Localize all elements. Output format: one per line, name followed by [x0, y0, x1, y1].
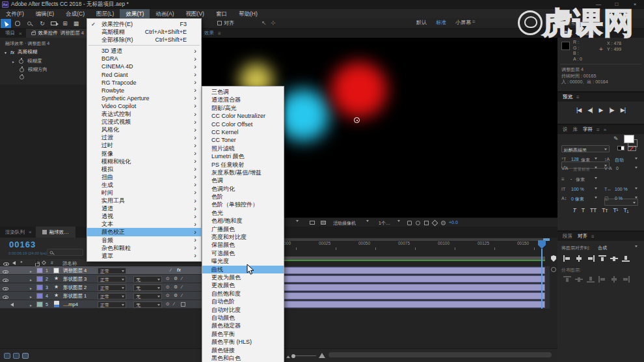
fast-preview-icon[interactable] [416, 221, 420, 225]
menu-item[interactable]: 全部移除(R) Ctrl+Shift+E [87, 36, 201, 44]
layer-name[interactable]: 形状图层 2 [63, 285, 87, 291]
parent-pickwhip-icon[interactable]: ⊙ [166, 276, 170, 281]
expand-inout-icon[interactable] [22, 353, 29, 359]
track-matte-dropdown[interactable]: 无 [133, 301, 162, 308]
submenu-item[interactable]: 更改为颜色 [202, 273, 284, 281]
tab-render-queue[interactable]: 渲染队列 [5, 229, 25, 236]
collapse-icon[interactable] [181, 302, 185, 307]
submenu-item[interactable]: 保留颜色 [202, 241, 284, 249]
shield-icon[interactable] [551, 255, 556, 262]
tab-info[interactable]: 信息 [563, 30, 572, 36]
track-matte-dropdown[interactable]: 无 [133, 276, 162, 283]
transport-button[interactable]: ▶ [599, 107, 603, 113]
chevron-down-icon[interactable] [366, 217, 371, 224]
transport-button[interactable]: ◀| [587, 107, 592, 113]
blend-mode-dropdown[interactable]: 正常 [98, 293, 126, 299]
menu-item[interactable]: Rowbyte [87, 87, 201, 94]
gear-icon[interactable]: ⚙ [174, 293, 178, 298]
pixel-aspect-icon[interactable] [407, 221, 412, 225]
align-tab[interactable]: 对齐 [578, 233, 587, 240]
menu-item[interactable]: 遮罩 [87, 252, 201, 260]
label-color-swatch[interactable] [36, 285, 43, 290]
camera-dropdown[interactable]: 活动摄像机 [333, 220, 356, 227]
current-time-display[interactable]: 00163 [9, 240, 36, 249]
menu-item[interactable]: 时间 [87, 189, 201, 197]
tab-preview[interactable]: 预览 [563, 94, 572, 100]
orbit-tool-button[interactable]: ↻ [37, 19, 47, 28]
chevron-down-icon[interactable] [594, 164, 599, 171]
timeline-zoom-slider-track[interactable] [293, 355, 316, 356]
panel-expand-icon[interactable]: » [604, 127, 606, 133]
zoom-in-mountain-icon[interactable] [319, 353, 325, 358]
mask-icon[interactable]: ∕ [181, 293, 182, 298]
menu-item[interactable]: 过渡 [87, 133, 201, 141]
effect-prop-row[interactable] [20, 75, 28, 79]
expand-icon[interactable] [29, 285, 33, 291]
distribute-center-h-icon[interactable] [610, 276, 618, 283]
label-column-icon[interactable] [42, 260, 46, 265]
chevron-down-icon[interactable] [594, 194, 599, 201]
chevron-down-icon[interactable] [594, 185, 599, 191]
close-button[interactable]: × [626, 0, 644, 9]
character-tab[interactable]: 库 [573, 126, 578, 133]
tracking-value[interactable]: 0 [616, 166, 619, 171]
submenu-item[interactable]: 阴影/高光 [202, 104, 284, 112]
expand-icon[interactable] [29, 302, 33, 308]
label-color-swatch[interactable] [36, 301, 43, 307]
distribute-top-icon[interactable] [563, 276, 571, 283]
chevron-down-icon[interactable] [634, 155, 639, 161]
time-ruler[interactable]: 00000000250005000075001000012500150 [276, 241, 554, 245]
view-layout-dropdown[interactable]: 1个… [379, 220, 390, 227]
region-of-interest-icon[interactable] [310, 221, 315, 225]
text-style-button[interactable]: T¹ [613, 207, 618, 214]
submenu-item[interactable]: 自然饱和度 [202, 290, 284, 298]
text-style-button[interactable]: TT [590, 207, 597, 214]
expand-icon[interactable] [29, 294, 33, 299]
tab-effects-viewer[interactable]: 效果 [204, 30, 214, 36]
mask-icon[interactable]: ∕ [174, 301, 174, 306]
menubar-item[interactable]: 帮助(H) [233, 9, 263, 18]
timeline-search-input[interactable] [47, 249, 83, 256]
parent-pickwhip-icon[interactable]: ⊙ [166, 301, 170, 307]
submenu-item[interactable]: 色调 [202, 176, 284, 184]
tab-effect-controls[interactable]: 效果控件 调整图层 4 [26, 29, 89, 38]
parent-pickwhip-icon[interactable]: ⊙ [166, 293, 170, 298]
vertical-scale-value[interactable]: 100 % [571, 187, 584, 191]
submenu-item[interactable]: 自动颜色 [202, 314, 284, 322]
menu-item[interactable]: 效果控件(E) F3 [87, 20, 201, 28]
align-top-icon[interactable] [598, 255, 606, 262]
effect-group-row[interactable]: 高斯模糊 [4, 49, 37, 55]
menu-item[interactable]: 音频 [87, 236, 201, 244]
gear-icon[interactable]: ⚙ [174, 276, 178, 281]
distribute-bottom-icon[interactable] [587, 276, 595, 283]
submenu-item[interactable]: 色调均化 [202, 185, 284, 193]
tab-project[interactable]: 项目 [5, 30, 15, 36]
panel-menu-icon[interactable]: ≡ [597, 127, 600, 133]
menubar-item[interactable]: 合成(C) [60, 9, 90, 18]
chevron-down-icon[interactable] [634, 185, 639, 191]
tsume-value[interactable]: 0 % [615, 196, 623, 201]
chevron-down-icon[interactable] [634, 243, 639, 249]
submenu-item[interactable]: CC Color Offset [202, 120, 284, 128]
text-style-button[interactable]: T [582, 207, 585, 214]
distribute-right-icon[interactable] [622, 276, 630, 283]
exposure-icon[interactable] [441, 221, 446, 225]
playhead-line[interactable] [541, 249, 543, 309]
submenu-item[interactable]: CC Color Neutralizer [202, 112, 284, 120]
close-tab-icon[interactable]: × [29, 229, 32, 235]
eye-icon[interactable] [3, 296, 8, 299]
fill-color-swatch[interactable] [624, 135, 634, 143]
align-center-h-icon[interactable] [575, 255, 583, 262]
menubar-item[interactable]: 编辑(E) [30, 9, 60, 18]
transport-button[interactable]: |◀ [576, 107, 581, 113]
chevron-down-icon[interactable] [634, 194, 639, 201]
zoom-out-mountain-icon[interactable] [286, 355, 290, 358]
effect-prop-row[interactable]: 模糊度 [12, 58, 42, 64]
eye-icon[interactable] [3, 270, 8, 273]
distribute-left-icon[interactable] [598, 276, 606, 283]
menu-item[interactable]: 通道 [87, 204, 201, 212]
exposure-value[interactable]: +0.0 [449, 220, 458, 225]
submenu-item[interactable]: CC Toner [202, 136, 284, 144]
layer-row[interactable]: 5 ....mp4 正常 无 ⊙ ∕ [0, 300, 202, 309]
menu-item[interactable]: Synthetic Aperture [87, 94, 201, 102]
